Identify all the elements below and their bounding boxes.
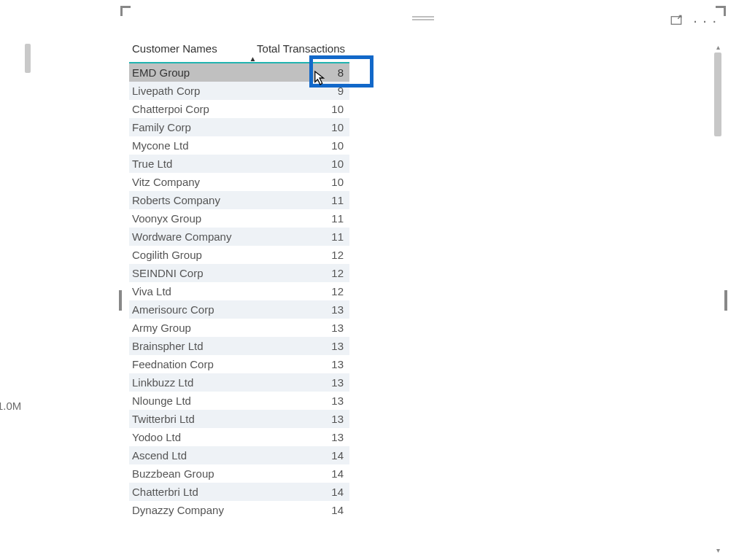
column-header-transactions[interactable]: Total Transactions ▲ bbox=[246, 38, 349, 63]
left-scrollbar-thumb[interactable] bbox=[25, 44, 31, 73]
cell-customer-name: Army Group bbox=[129, 319, 246, 337]
table-row[interactable]: Linkbuzz Ltd13 bbox=[129, 373, 349, 392]
table-row[interactable]: Brainspher Ltd13 bbox=[129, 337, 349, 355]
table-scroll-region[interactable]: Customer Names Total Transactions ▲ EMD … bbox=[129, 38, 717, 556]
table-row[interactable]: Mycone Ltd10 bbox=[129, 136, 349, 155]
axis-value-label: 1.0M bbox=[0, 400, 21, 412]
cell-customer-name: Livepath Corp bbox=[129, 82, 246, 100]
scroll-up-icon[interactable]: ▴ bbox=[714, 44, 721, 51]
table-row[interactable]: SEINDNI Corp12 bbox=[129, 264, 349, 282]
svg-line-1 bbox=[678, 15, 681, 19]
table-row[interactable]: Twitterbri Ltd13 bbox=[129, 410, 349, 428]
cell-customer-name: Mycone Ltd bbox=[129, 136, 246, 155]
table-row[interactable]: Buzzbean Group14 bbox=[129, 464, 349, 483]
table-row[interactable]: Army Group13 bbox=[129, 319, 349, 337]
cell-customer-name: Brainspher Ltd bbox=[129, 337, 246, 355]
cell-transactions: 11 bbox=[246, 209, 349, 228]
table-row[interactable]: Roberts Company11 bbox=[129, 191, 349, 209]
cell-customer-name: True Ltd bbox=[129, 155, 246, 173]
cell-transactions: 13 bbox=[246, 337, 349, 355]
customers-table: Customer Names Total Transactions ▲ EMD … bbox=[129, 38, 349, 519]
scroll-thumb[interactable] bbox=[714, 52, 721, 136]
cell-customer-name: Chatterpoi Corp bbox=[129, 100, 246, 118]
table-row[interactable]: Viva Ltd12 bbox=[129, 282, 349, 300]
table-row[interactable]: Dynazzy Company14 bbox=[129, 501, 349, 519]
cell-customer-name: Roberts Company bbox=[129, 191, 246, 209]
cell-customer-name: Wordware Company bbox=[129, 228, 246, 246]
cell-customer-name: Yodoo Ltd bbox=[129, 428, 246, 446]
cell-transactions: 10 bbox=[246, 118, 349, 136]
cell-transactions: 13 bbox=[246, 319, 349, 337]
cell-transactions: 12 bbox=[246, 246, 349, 264]
cell-customer-name: Cogilith Group bbox=[129, 246, 246, 264]
cell-customer-name: Voonyx Group bbox=[129, 209, 246, 228]
table-row[interactable]: Livepath Corp9 bbox=[129, 82, 349, 100]
cell-transactions: 14 bbox=[246, 483, 349, 501]
table-row[interactable]: Ascend Ltd14 bbox=[129, 446, 349, 464]
cell-transactions: 10 bbox=[246, 136, 349, 155]
cell-transactions: 13 bbox=[246, 428, 349, 446]
cell-customer-name: EMD Group bbox=[129, 63, 246, 82]
cell-transactions: 9 bbox=[246, 82, 349, 100]
cell-transactions: 13 bbox=[246, 410, 349, 428]
cell-transactions: 14 bbox=[246, 464, 349, 483]
cell-customer-name: Feednation Corp bbox=[129, 355, 246, 373]
table-row[interactable]: Voonyx Group11 bbox=[129, 209, 349, 228]
cell-customer-name: Family Corp bbox=[129, 118, 246, 136]
cell-customer-name: Chatterbri Ltd bbox=[129, 483, 246, 501]
table-row[interactable]: Wordware Company11 bbox=[129, 228, 349, 246]
cell-transactions: 10 bbox=[246, 155, 349, 173]
scroll-track[interactable] bbox=[714, 52, 721, 545]
cell-transactions: 11 bbox=[246, 191, 349, 209]
cell-customer-name: Linkbuzz Ltd bbox=[129, 373, 246, 392]
cell-customer-name: Twitterbri Ltd bbox=[129, 410, 246, 428]
focus-mode-icon[interactable] bbox=[670, 14, 683, 27]
cell-transactions: 13 bbox=[246, 392, 349, 410]
cell-transactions: 13 bbox=[246, 373, 349, 392]
more-options-icon[interactable]: · · · bbox=[693, 13, 717, 28]
cell-transactions: 10 bbox=[246, 100, 349, 118]
table-row[interactable]: Vitz Company10 bbox=[129, 173, 349, 191]
visual-drag-handle[interactable] bbox=[412, 16, 434, 20]
table-row[interactable]: Nlounge Ltd13 bbox=[129, 392, 349, 410]
table-row[interactable]: Amerisourc Corp13 bbox=[129, 300, 349, 319]
table-row[interactable]: True Ltd10 bbox=[129, 155, 349, 173]
column-header-transactions-label: Total Transactions bbox=[257, 42, 345, 55]
cell-customer-name: Viva Ltd bbox=[129, 282, 246, 300]
column-header-customer[interactable]: Customer Names bbox=[129, 38, 246, 63]
table-row[interactable]: EMD Group8 bbox=[129, 63, 349, 82]
sort-ascending-icon: ▲ bbox=[249, 55, 256, 63]
cell-customer-name: Vitz Company bbox=[129, 173, 246, 191]
table-row[interactable]: Family Corp10 bbox=[129, 118, 349, 136]
cell-transactions: 10 bbox=[246, 173, 349, 191]
cell-customer-name: Amerisourc Corp bbox=[129, 300, 246, 319]
selection-handle-right[interactable] bbox=[724, 290, 727, 311]
selection-handle-left[interactable] bbox=[119, 290, 122, 311]
cell-transactions: 14 bbox=[246, 501, 349, 519]
visual-header-icons: · · · bbox=[670, 13, 717, 28]
selection-corner-top-right[interactable] bbox=[716, 6, 726, 16]
cell-transactions: 13 bbox=[246, 300, 349, 319]
table-row[interactable]: Yodoo Ltd13 bbox=[129, 428, 349, 446]
cell-customer-name: Buzzbean Group bbox=[129, 464, 246, 483]
cell-transactions: 12 bbox=[246, 282, 349, 300]
cell-transactions: 13 bbox=[246, 355, 349, 373]
cell-customer-name: SEINDNI Corp bbox=[129, 264, 246, 282]
cell-transactions: 12 bbox=[246, 264, 349, 282]
cell-customer-name: Ascend Ltd bbox=[129, 446, 246, 464]
table-visual-container: · · · Customer Names Total Transactions … bbox=[120, 6, 726, 556]
cell-customer-name: Dynazzy Company bbox=[129, 501, 246, 519]
scroll-down-icon[interactable]: ▾ bbox=[714, 547, 721, 554]
cell-customer-name: Nlounge Ltd bbox=[129, 392, 246, 410]
table-row[interactable]: Chatterbri Ltd14 bbox=[129, 483, 349, 501]
selection-corner-top-left[interactable] bbox=[120, 6, 131, 16]
table-row[interactable]: Chatterpoi Corp10 bbox=[129, 100, 349, 118]
cell-transactions: 11 bbox=[246, 228, 349, 246]
cell-transactions: 8 bbox=[246, 63, 349, 82]
table-row[interactable]: Feednation Corp13 bbox=[129, 355, 349, 373]
svg-rect-0 bbox=[671, 17, 681, 25]
table-row[interactable]: Cogilith Group12 bbox=[129, 246, 349, 264]
cell-transactions: 14 bbox=[246, 446, 349, 464]
vertical-scrollbar[interactable]: ▴ ▾ bbox=[714, 44, 721, 554]
